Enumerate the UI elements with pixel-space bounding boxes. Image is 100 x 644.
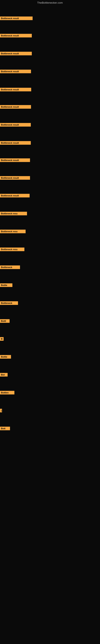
bar-label-1: Bottleneck result (0, 16, 33, 20)
bar-item-20: Bottle (0, 355, 11, 359)
bar-label-13: Bottleneck resu (0, 230, 26, 233)
bar-item-19: B (0, 337, 3, 341)
bar-label-9: Bottleneck result (0, 158, 30, 162)
bar-label-10: Bottleneck result (0, 176, 30, 180)
bar-label-12: Bottleneck resu (0, 212, 27, 215)
bar-item-8: Bottleneck result (0, 141, 31, 145)
bar-item-12: Bottleneck resu (0, 212, 27, 215)
bar-label-24: Bott (0, 427, 10, 430)
bar-item-10: Bottleneck result (0, 176, 30, 180)
bar-item-21: Bot (0, 373, 8, 376)
bar-item-23: | (0, 409, 2, 412)
bar-item-16: Bottle (0, 283, 12, 287)
bar-label-22: Bottlen (0, 391, 14, 394)
bar-item-11: Bottleneck result (0, 194, 30, 198)
bar-label-16: Bottle (0, 283, 12, 287)
bar-item-2: Bottleneck result (0, 34, 32, 38)
bar-label-6: Bottleneck result (0, 105, 31, 109)
bar-label-3: Bottleneck result (0, 52, 32, 55)
bar-label-23: | (0, 409, 2, 412)
bar-item-4: Bottleneck result (0, 70, 31, 73)
bar-label-8: Bottleneck result (0, 141, 31, 145)
bar-label-20: Bottle (0, 355, 11, 359)
bar-label-7: Bottleneck result (0, 123, 31, 126)
chart-container: Bottleneck resultBottleneck resultBottle… (0, 5, 100, 644)
bar-item-17: Bottleneck (0, 301, 18, 305)
bar-item-9: Bottleneck result (0, 158, 30, 162)
bar-label-18: Bottl (0, 319, 10, 323)
bar-label-5: Bottleneck result (0, 88, 31, 91)
bar-label-11: Bottleneck result (0, 194, 30, 198)
bar-label-19: B (0, 337, 3, 341)
bar-label-17: Bottleneck (0, 301, 18, 305)
bar-item-5: Bottleneck result (0, 88, 31, 91)
bar-label-14: Bottleneck resu (0, 248, 24, 251)
bar-item-22: Bottlen (0, 391, 14, 394)
site-title: TheBottlenecker.com (0, 0, 100, 5)
bar-item-7: Bottleneck result (0, 123, 31, 126)
bar-item-6: Bottleneck result (0, 105, 31, 109)
bar-label-21: Bot (0, 373, 8, 376)
bar-item-24: Bott (0, 427, 10, 430)
bar-item-15: Bottleneck (0, 266, 20, 269)
bar-item-3: Bottleneck result (0, 52, 32, 55)
bar-label-15: Bottleneck (0, 266, 20, 269)
bar-label-2: Bottleneck result (0, 34, 32, 38)
bar-item-1: Bottleneck result (0, 16, 33, 20)
bar-item-14: Bottleneck resu (0, 248, 24, 251)
bar-item-18: Bottl (0, 319, 10, 323)
bar-label-4: Bottleneck result (0, 70, 31, 73)
bar-item-13: Bottleneck resu (0, 230, 26, 233)
